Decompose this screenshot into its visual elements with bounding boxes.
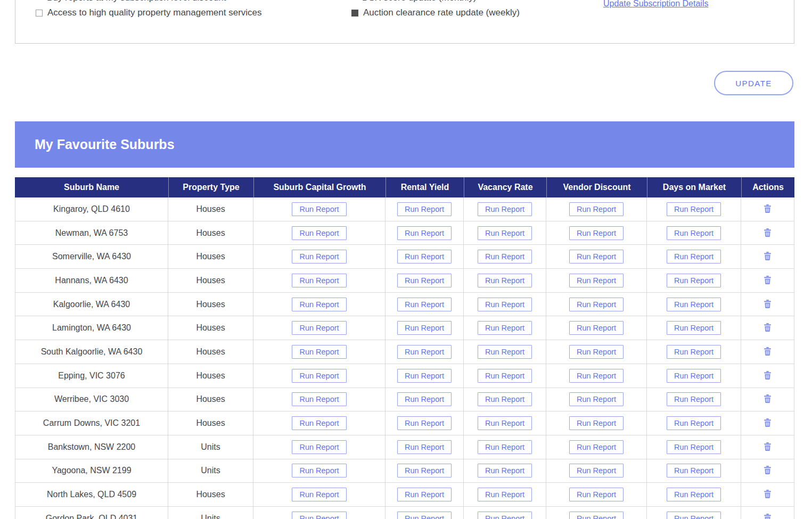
delete-suburb-button[interactable]	[762, 274, 773, 286]
delete-suburb-button[interactable]	[762, 417, 773, 429]
run-report-button-capital-growth[interactable]: Run Report	[292, 488, 346, 501]
delete-suburb-button[interactable]	[762, 227, 773, 239]
run-report-button-vacancy-rate[interactable]: Run Report	[478, 321, 532, 335]
run-report-button-days-on-market[interactable]: Run Report	[667, 440, 721, 454]
delete-suburb-button[interactable]	[762, 322, 773, 334]
run-report-button-days-on-market[interactable]: Run Report	[667, 274, 721, 287]
delete-suburb-button[interactable]	[762, 464, 773, 476]
run-report-button-rental-yield[interactable]: Run Report	[397, 321, 452, 335]
run-report-button-capital-growth[interactable]: Run Report	[292, 345, 346, 359]
rental-yield-cell: Run Report	[386, 245, 464, 269]
run-report-button-vacancy-rate[interactable]: Run Report	[478, 512, 532, 519]
run-report-button-vendor-discount[interactable]: Run Report	[569, 321, 624, 335]
run-report-button-vacancy-rate[interactable]: Run Report	[478, 488, 532, 501]
run-report-button-days-on-market[interactable]: Run Report	[667, 488, 721, 501]
run-report-button-rental-yield[interactable]: Run Report	[397, 369, 452, 383]
run-report-button-vendor-discount[interactable]: Run Report	[569, 512, 624, 519]
column-header: Rental Yield	[386, 177, 464, 197]
run-report-button-vacancy-rate[interactable]: Run Report	[478, 298, 532, 311]
run-report-button-days-on-market[interactable]: Run Report	[667, 298, 721, 311]
run-report-button-rental-yield[interactable]: Run Report	[397, 440, 452, 454]
days-on-market-cell: Run Report	[647, 293, 741, 317]
column-header: Property Type	[168, 177, 253, 197]
delete-suburb-button[interactable]	[762, 250, 773, 262]
capital-growth-cell: Run Report	[253, 316, 386, 340]
run-report-button-days-on-market[interactable]: Run Report	[667, 321, 721, 335]
run-report-button-rental-yield[interactable]: Run Report	[397, 392, 452, 406]
delete-suburb-button[interactable]	[762, 203, 773, 215]
suburb-name-cell: Bankstown, NSW 2200	[15, 435, 168, 459]
run-report-button-rental-yield[interactable]: Run Report	[397, 202, 452, 216]
rental-yield-cell: Run Report	[386, 340, 464, 364]
run-report-button-rental-yield[interactable]: Run Report	[397, 298, 452, 311]
run-report-button-vacancy-rate[interactable]: Run Report	[478, 392, 532, 406]
delete-suburb-button[interactable]	[762, 512, 773, 519]
run-report-button-days-on-market[interactable]: Run Report	[667, 416, 721, 430]
run-report-button-rental-yield[interactable]: Run Report	[397, 464, 452, 477]
run-report-button-vacancy-rate[interactable]: Run Report	[478, 369, 532, 383]
run-report-button-capital-growth[interactable]: Run Report	[292, 321, 346, 335]
delete-suburb-button[interactable]	[762, 298, 773, 310]
option-property-management[interactable]: Access to high quality property manageme…	[36, 7, 262, 18]
run-report-button-capital-growth[interactable]: Run Report	[292, 202, 346, 216]
run-report-button-rental-yield[interactable]: Run Report	[397, 345, 452, 359]
run-report-button-vacancy-rate[interactable]: Run Report	[478, 416, 532, 430]
run-report-button-capital-growth[interactable]: Run Report	[292, 369, 346, 383]
run-report-button-rental-yield[interactable]: Run Report	[397, 512, 452, 519]
run-report-button-vendor-discount[interactable]: Run Report	[569, 392, 624, 406]
run-report-button-vacancy-rate[interactable]: Run Report	[478, 464, 532, 477]
run-report-button-vendor-discount[interactable]: Run Report	[569, 345, 624, 359]
run-report-button-capital-growth[interactable]: Run Report	[292, 440, 346, 454]
run-report-button-days-on-market[interactable]: Run Report	[667, 202, 721, 216]
run-report-button-days-on-market[interactable]: Run Report	[667, 250, 721, 263]
run-report-button-capital-growth[interactable]: Run Report	[292, 226, 346, 240]
update-button[interactable]: UPDATE	[714, 71, 793, 95]
run-report-button-vacancy-rate[interactable]: Run Report	[478, 202, 532, 216]
run-report-button-days-on-market[interactable]: Run Report	[667, 512, 721, 519]
vacancy-rate-cell: Run Report	[464, 388, 546, 412]
run-report-button-days-on-market[interactable]: Run Report	[667, 392, 721, 406]
run-report-button-vacancy-rate[interactable]: Run Report	[478, 226, 532, 240]
update-subscription-link[interactable]: Update Subscription Details	[603, 0, 708, 9]
capital-growth-cell: Run Report	[253, 507, 386, 519]
run-report-button-vacancy-rate[interactable]: Run Report	[478, 440, 532, 454]
checkbox-unchecked-icon[interactable]	[36, 10, 43, 17]
option-auction-clearance[interactable]: Auction clearance rate update (weekly)	[351, 7, 520, 18]
run-report-button-capital-growth[interactable]: Run Report	[292, 298, 346, 311]
delete-suburb-button[interactable]	[762, 393, 773, 405]
run-report-button-days-on-market[interactable]: Run Report	[667, 369, 721, 383]
run-report-button-rental-yield[interactable]: Run Report	[397, 416, 452, 430]
run-report-button-vendor-discount[interactable]: Run Report	[569, 274, 624, 287]
run-report-button-days-on-market[interactable]: Run Report	[667, 226, 721, 240]
delete-suburb-button[interactable]	[762, 488, 773, 500]
run-report-button-vendor-discount[interactable]: Run Report	[569, 250, 624, 263]
run-report-button-vendor-discount[interactable]: Run Report	[569, 440, 624, 454]
run-report-button-vacancy-rate[interactable]: Run Report	[478, 345, 532, 359]
run-report-button-capital-growth[interactable]: Run Report	[292, 512, 346, 519]
run-report-button-vacancy-rate[interactable]: Run Report	[478, 250, 532, 263]
property-type-cell: Units	[168, 435, 253, 459]
run-report-button-capital-growth[interactable]: Run Report	[292, 416, 346, 430]
delete-suburb-button[interactable]	[762, 369, 773, 382]
run-report-button-rental-yield[interactable]: Run Report	[397, 226, 452, 240]
delete-suburb-button[interactable]	[762, 345, 773, 358]
run-report-button-rental-yield[interactable]: Run Report	[397, 250, 452, 263]
run-report-button-vendor-discount[interactable]: Run Report	[569, 226, 624, 240]
run-report-button-capital-growth[interactable]: Run Report	[292, 250, 346, 263]
delete-suburb-button[interactable]	[762, 441, 773, 453]
run-report-button-vendor-discount[interactable]: Run Report	[569, 298, 624, 311]
run-report-button-capital-growth[interactable]: Run Report	[292, 274, 346, 287]
checkbox-checked-icon[interactable]	[351, 10, 358, 17]
run-report-button-vendor-discount[interactable]: Run Report	[569, 464, 624, 477]
run-report-button-vendor-discount[interactable]: Run Report	[569, 202, 624, 216]
run-report-button-rental-yield[interactable]: Run Report	[397, 488, 452, 501]
run-report-button-capital-growth[interactable]: Run Report	[292, 464, 346, 477]
run-report-button-vendor-discount[interactable]: Run Report	[569, 369, 624, 383]
run-report-button-days-on-market[interactable]: Run Report	[667, 464, 721, 477]
run-report-button-vendor-discount[interactable]: Run Report	[569, 488, 624, 501]
run-report-button-rental-yield[interactable]: Run Report	[397, 274, 452, 287]
run-report-button-vendor-discount[interactable]: Run Report	[569, 416, 624, 430]
run-report-button-days-on-market[interactable]: Run Report	[667, 345, 721, 359]
run-report-button-capital-growth[interactable]: Run Report	[292, 392, 346, 406]
run-report-button-vacancy-rate[interactable]: Run Report	[478, 274, 532, 287]
